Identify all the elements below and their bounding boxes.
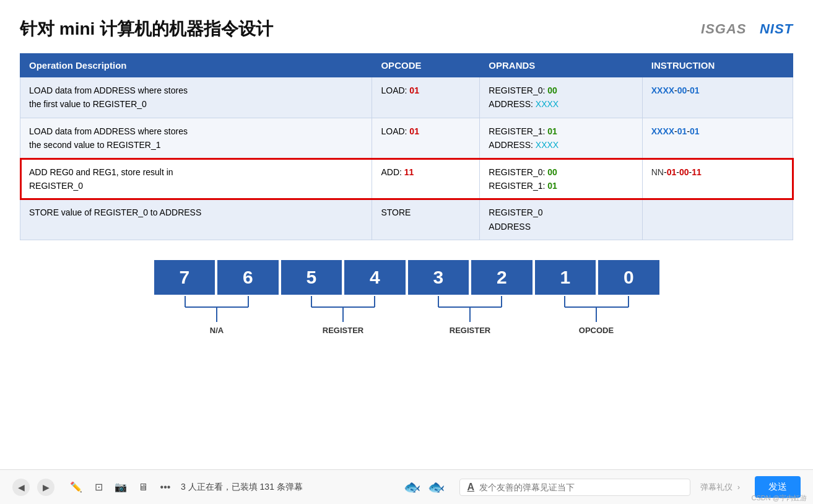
svg-text:REGISTER: REGISTER bbox=[449, 326, 490, 335]
opcode-cell: STORE bbox=[372, 199, 480, 240]
bit-3: 3 bbox=[407, 259, 471, 296]
screen-icon[interactable]: 🖥 bbox=[135, 479, 151, 495]
brand-logos: ISGAS NIST bbox=[701, 21, 793, 37]
col-header-operation: Operation Description bbox=[20, 54, 372, 77]
col-header-instruction: INSTRUCTION bbox=[642, 54, 793, 77]
table-row-highlighted: ADD REG0 and REG1, store result inREGIST… bbox=[20, 159, 793, 199]
viewer-info: 3 人正在看，已装填 131 条弹幕 bbox=[181, 482, 396, 493]
col-header-opcode: OPCODE bbox=[372, 54, 480, 77]
table-row: STORE value of REGISTER_0 to ADDRESS STO… bbox=[20, 199, 793, 240]
bit-5: 5 bbox=[280, 259, 344, 296]
bit-diagram: 7 6 5 4 3 2 1 0 N/A REGISTER bbox=[153, 259, 661, 345]
operation-desc: LOAD data from ADDRESS where storesthe f… bbox=[20, 77, 372, 118]
svg-text:OPCODE: OPCODE bbox=[578, 326, 614, 335]
opcode-cell: ADD: 11 bbox=[372, 159, 480, 199]
bit-6: 6 bbox=[216, 259, 280, 296]
bit-0: 0 bbox=[597, 259, 661, 296]
prev-button[interactable]: ◀ bbox=[12, 479, 30, 496]
col-header-oprands: OPRANDS bbox=[480, 54, 642, 77]
brand-isgas: ISGAS bbox=[701, 21, 746, 37]
instruction-cell: XXXX-01-01 bbox=[642, 118, 793, 159]
oprands-cell: REGISTER_0: 00 ADDRESS: XXXX bbox=[480, 77, 642, 118]
more-icon[interactable]: ••• bbox=[157, 479, 173, 495]
connector-diagram: N/A REGISTER REGISTER OPCODE bbox=[153, 296, 661, 345]
bit-4: 4 bbox=[343, 259, 407, 296]
etiquette-link[interactable]: 弹幕礼仪 › bbox=[698, 482, 740, 493]
svg-text:N/A: N/A bbox=[209, 326, 224, 335]
toolbar-icons: ✏️ ⊡ 📷 🖥 ••• bbox=[68, 479, 173, 495]
oprands-cell: REGISTER_0: 00 REGISTER_1: 01 bbox=[480, 159, 642, 199]
instruction-cell bbox=[642, 199, 793, 240]
operation-desc: ADD REG0 and REG1, store result inREGIST… bbox=[20, 159, 372, 199]
instruction-cell: XXXX-00-01 bbox=[642, 77, 793, 118]
operation-desc: LOAD data from ADDRESS where storesthe s… bbox=[20, 118, 372, 159]
target-icon[interactable]: ⊡ bbox=[90, 479, 107, 495]
emoji-1[interactable]: 🐟 bbox=[404, 479, 420, 495]
emoji-2[interactable]: 🐟 bbox=[428, 479, 445, 495]
main-content: 针对 mini 计算机的机器指令设计 ISGAS NIST Operation … bbox=[0, 0, 813, 469]
bottom-bar: ◀ ▶ ✏️ ⊡ 📷 🖥 ••• 3 人正在看，已装填 131 条弹幕 🐟 🐟 … bbox=[0, 469, 813, 504]
brand-nist: NIST bbox=[760, 21, 793, 37]
table-row: LOAD data from ADDRESS where storesthe f… bbox=[20, 77, 793, 118]
instruction-cell: NN-01-00-11 bbox=[642, 159, 793, 199]
bit-boxes: 7 6 5 4 3 2 1 0 bbox=[153, 259, 661, 296]
bit-7: 7 bbox=[153, 259, 217, 296]
danmu-input[interactable] bbox=[479, 482, 682, 492]
danmu-input-area: A bbox=[459, 479, 691, 496]
oprands-cell: REGISTER_1: 01 ADDRESS: XXXX bbox=[480, 118, 642, 159]
bit-2: 2 bbox=[470, 259, 534, 296]
page-title-row: 针对 mini 计算机的机器指令设计 ISGAS NIST bbox=[20, 17, 793, 41]
font-icon: A bbox=[467, 482, 475, 493]
page-title: 针对 mini 计算机的机器指令设计 bbox=[20, 17, 273, 41]
svg-text:REGISTER: REGISTER bbox=[322, 326, 363, 335]
csdn-watermark: CSDN @宇内虹游 bbox=[752, 493, 807, 503]
bit-1: 1 bbox=[534, 259, 598, 296]
oprands-cell: REGISTER_0 ADDRESS bbox=[480, 199, 642, 240]
table-header-row: Operation Description OPCODE OPRANDS INS… bbox=[20, 54, 793, 77]
opcode-cell: LOAD: 01 bbox=[372, 77, 480, 118]
opcode-cell: LOAD: 01 bbox=[372, 118, 480, 159]
instruction-table: Operation Description OPCODE OPRANDS INS… bbox=[20, 53, 793, 240]
play-button[interactable]: ▶ bbox=[37, 479, 54, 496]
operation-desc: STORE value of REGISTER_0 to ADDRESS bbox=[20, 199, 372, 240]
table-row: LOAD data from ADDRESS where storesthe s… bbox=[20, 118, 793, 159]
pencil-icon[interactable]: ✏️ bbox=[68, 479, 84, 495]
video-icon[interactable]: 📷 bbox=[113, 479, 129, 495]
